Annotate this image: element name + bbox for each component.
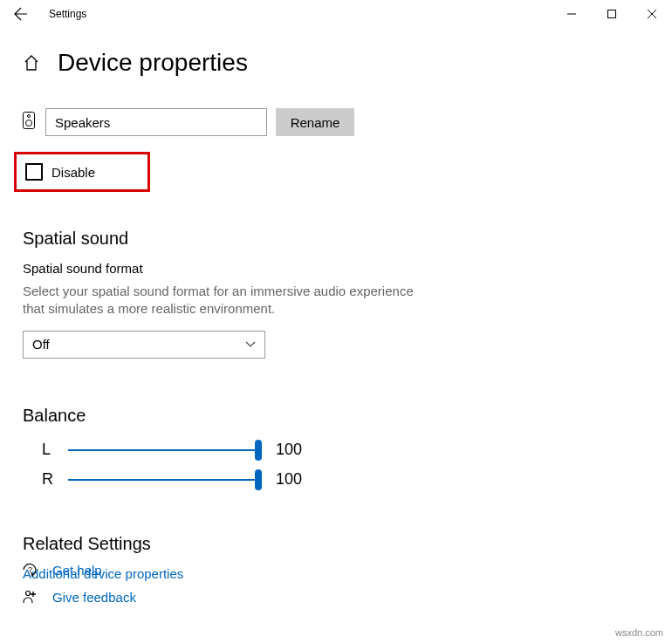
chevron-down-icon — [245, 341, 256, 348]
svg-point-8 — [26, 592, 31, 596]
close-icon — [648, 10, 656, 18]
balance-right-label: R — [42, 470, 68, 489]
device-name-input[interactable] — [45, 108, 267, 136]
maximize-button[interactable] — [592, 0, 632, 28]
titlebar: Settings — [0, 0, 672, 28]
spatial-subheading: Spatial sound format — [23, 261, 649, 276]
balance-heading: Balance — [23, 406, 649, 426]
help-icon: ? — [23, 563, 40, 578]
svg-point-5 — [28, 115, 31, 118]
give-feedback-link[interactable]: Give feedback — [23, 590, 136, 605]
spatial-description: Select your spatial sound format for an … — [23, 283, 415, 318]
content: Device properties Rename Disable Spatial… — [0, 28, 672, 581]
disable-label: Disable — [51, 165, 95, 180]
close-button[interactable] — [632, 0, 672, 28]
speaker-icon — [23, 112, 37, 133]
home-button[interactable] — [23, 54, 40, 72]
svg-point-6 — [26, 120, 32, 127]
balance-left-slider[interactable] — [68, 440, 258, 461]
page-title: Device properties — [58, 49, 248, 77]
home-icon — [24, 55, 39, 71]
balance-right-row: R 100 — [42, 468, 649, 492]
back-arrow-icon — [14, 7, 28, 21]
spatial-format-dropdown[interactable]: Off — [23, 331, 265, 359]
related-heading: Related Settings — [23, 534, 649, 554]
window-controls — [552, 0, 672, 28]
get-help-link[interactable]: ? Get help — [23, 563, 136, 578]
dropdown-value: Off — [32, 337, 50, 352]
app-name: Settings — [49, 8, 86, 20]
maximize-icon — [607, 10, 616, 18]
footer-links: ? Get help Give feedback — [23, 563, 136, 617]
rename-button[interactable]: Rename — [276, 108, 354, 136]
device-name-row: Rename — [23, 108, 649, 136]
balance-left-label: L — [42, 441, 68, 459]
balance-right-slider[interactable] — [68, 469, 258, 490]
svg-text:?: ? — [28, 565, 32, 574]
minimize-icon — [567, 10, 576, 18]
minimize-button[interactable] — [552, 0, 592, 28]
balance-left-value: 100 — [276, 441, 302, 459]
balance-section: Balance L 100 R 100 — [23, 406, 649, 492]
disable-checkbox[interactable] — [25, 163, 43, 181]
back-button[interactable] — [12, 5, 30, 23]
feedback-icon — [23, 590, 40, 605]
balance-left-row: L 100 — [42, 438, 649, 462]
disable-highlight-box: Disable — [14, 152, 150, 192]
svg-rect-1 — [608, 10, 616, 18]
balance-right-value: 100 — [276, 470, 302, 489]
spatial-heading: Spatial sound — [23, 229, 649, 249]
watermark: wsxdn.com — [615, 627, 663, 638]
page-header: Device properties — [23, 49, 649, 77]
